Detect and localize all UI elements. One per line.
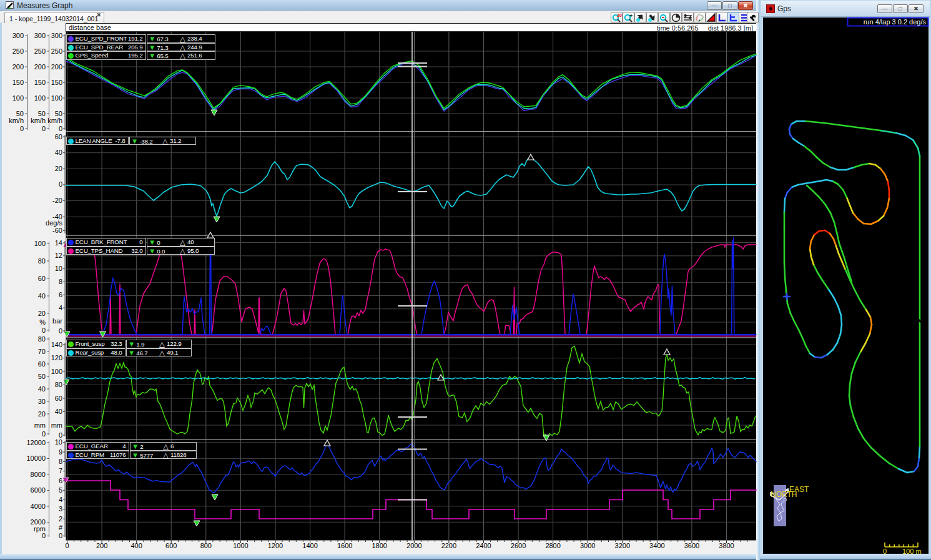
svg-text:50: 50	[38, 373, 46, 380]
svg-text:8000: 8000	[31, 471, 46, 478]
svg-text:10000: 10000	[26, 454, 46, 462]
svg-text:-20: -20	[52, 197, 62, 204]
svg-text:200: 200	[12, 63, 24, 71]
svg-text:9: 9	[59, 448, 62, 456]
svg-text:0: 0	[42, 327, 46, 334]
svg-text:mm: mm	[51, 421, 62, 429]
svg-text:8: 8	[59, 278, 62, 285]
svg-text:100: 100	[51, 94, 62, 102]
svg-text:150: 150	[51, 79, 62, 86]
svg-text:#: #	[59, 524, 63, 531]
svg-text:200: 200	[51, 63, 62, 71]
svg-text:5: 5	[59, 486, 62, 494]
svg-text:300: 300	[34, 32, 46, 39]
svg-text:100: 100	[34, 94, 46, 102]
svg-text:100: 100	[51, 368, 62, 375]
svg-text:8: 8	[59, 458, 62, 465]
svg-text:6000: 6000	[31, 486, 46, 494]
svg-text:300: 300	[51, 32, 62, 39]
svg-text:km/h: km/h	[31, 117, 46, 124]
svg-text:40: 40	[38, 292, 46, 300]
svg-text:12: 12	[55, 252, 62, 259]
svg-text:10: 10	[55, 265, 62, 272]
svg-text:2: 2	[59, 515, 62, 523]
svg-text:50: 50	[38, 110, 46, 117]
svg-text:run 4/lap 3 0.2 deg/s: run 4/lap 3 0.2 deg/s	[864, 18, 927, 26]
svg-text:P: P	[783, 498, 787, 504]
svg-text:km/h: km/h	[47, 117, 62, 124]
svg-text:6: 6	[59, 477, 62, 484]
svg-text:50: 50	[55, 110, 62, 117]
svg-text:50: 50	[16, 110, 24, 117]
svg-text:14: 14	[55, 239, 62, 247]
svg-text:0: 0	[59, 532, 62, 539]
svg-text:4000: 4000	[31, 503, 46, 510]
svg-text:12000: 12000	[26, 439, 46, 446]
svg-text:0: 0	[20, 125, 24, 132]
svg-text:60: 60	[38, 275, 46, 282]
svg-text:60: 60	[55, 133, 62, 140]
svg-text:km/h: km/h	[9, 117, 24, 124]
svg-text:80: 80	[38, 335, 46, 343]
svg-text:150: 150	[34, 79, 46, 86]
svg-text:40: 40	[38, 385, 46, 393]
svg-text:200: 200	[34, 63, 46, 71]
svg-text:60: 60	[55, 395, 62, 402]
svg-text:4: 4	[59, 304, 62, 312]
svg-text:10: 10	[55, 438, 62, 446]
svg-text:4: 4	[59, 496, 62, 503]
svg-text:150: 150	[12, 79, 24, 86]
svg-text:20: 20	[617, 13, 622, 17]
svg-text:0: 0	[59, 327, 62, 335]
svg-text:30: 30	[38, 398, 46, 405]
svg-text:300: 300	[12, 32, 24, 39]
svg-text:60: 60	[38, 360, 46, 368]
svg-text:20: 20	[38, 410, 46, 418]
svg-text:250: 250	[34, 47, 46, 55]
svg-text:40: 40	[55, 408, 62, 415]
svg-text:-60: -60	[52, 227, 62, 234]
svg-text:0: 0	[42, 125, 46, 132]
svg-text:70: 70	[38, 348, 46, 355]
svg-text:0: 0	[59, 180, 62, 188]
svg-text:0: 0	[59, 125, 62, 132]
svg-text:+: +	[629, 12, 633, 19]
svg-text:100: 100	[34, 240, 46, 247]
svg-text:0: 0	[59, 431, 62, 439]
svg-text:250: 250	[51, 47, 62, 55]
svg-text:20: 20	[38, 310, 46, 317]
svg-text:250: 250	[12, 47, 24, 55]
svg-text:0: 0	[42, 532, 46, 539]
svg-text:20: 20	[55, 165, 62, 172]
svg-text:40: 40	[55, 149, 62, 156]
svg-text:7: 7	[59, 467, 62, 474]
svg-text:80: 80	[38, 257, 46, 265]
svg-text:120: 120	[51, 354, 62, 361]
svg-text:bar: bar	[52, 317, 62, 325]
svg-text:6: 6	[59, 291, 62, 298]
svg-text:80: 80	[55, 381, 62, 388]
svg-text:140: 140	[51, 341, 62, 348]
svg-text:deg/s: deg/s	[46, 219, 62, 227]
svg-text:%: %	[39, 318, 46, 326]
svg-text:0: 0	[42, 430, 46, 438]
svg-text:3: 3	[59, 505, 62, 513]
svg-text:mm: mm	[34, 421, 46, 429]
svg-text:100: 100	[12, 94, 24, 102]
